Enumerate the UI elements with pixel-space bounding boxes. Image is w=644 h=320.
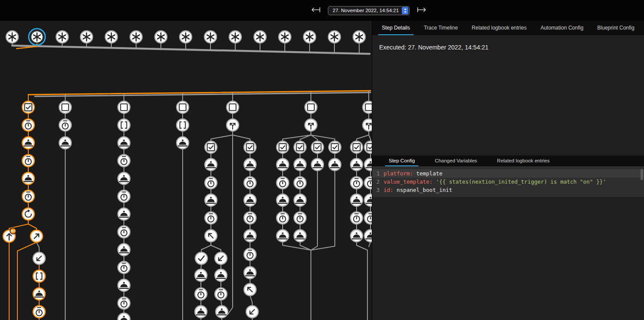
graph-node-arrow-down-left[interactable] <box>215 252 227 264</box>
graph-node-brackets[interactable] <box>177 119 189 131</box>
graph-node-timer[interactable] <box>364 177 372 189</box>
graph-node-service[interactable] <box>294 158 306 171</box>
graph-node-timer[interactable] <box>118 190 130 202</box>
graph-node-service[interactable] <box>195 269 207 281</box>
graph-node-square[interactable] <box>363 101 372 113</box>
tab-blueprint-config[interactable]: Blueprint Config <box>594 21 638 35</box>
yaml-editor[interactable]: 1platform: template2value_template: '{{ … <box>372 166 644 197</box>
graph-node-service[interactable] <box>118 137 130 149</box>
graph-node-timer[interactable] <box>277 212 289 224</box>
tab-changed-variables[interactable]: Changed Variables <box>431 155 480 166</box>
graph-node-timer[interactable] <box>294 177 306 189</box>
graph-node-timer[interactable] <box>118 297 130 309</box>
graph-node-service[interactable] <box>118 244 130 256</box>
graph-node-service[interactable] <box>205 194 217 206</box>
graph-node-repeat[interactable] <box>22 208 34 220</box>
graph-node-service[interactable] <box>364 230 372 242</box>
graph-node-timer[interactable] <box>22 119 34 131</box>
graph-node-asterisk[interactable] <box>304 31 316 43</box>
graph-node-service[interactable] <box>244 230 256 242</box>
graph-node-brackets[interactable] <box>118 119 130 131</box>
graph-node-arrow-up[interactable]: 9+ <box>3 228 16 242</box>
graph-node-service[interactable] <box>364 158 372 171</box>
graph-node-arrow-down-left[interactable] <box>33 252 45 264</box>
graph-node-service[interactable] <box>59 137 71 149</box>
next-trace-button[interactable] <box>416 6 428 15</box>
graph-node-timer[interactable] <box>244 212 256 224</box>
scrollbar-thumb[interactable] <box>641 169 643 180</box>
graph-node-timer[interactable] <box>350 177 363 189</box>
graph-node-timer[interactable] <box>215 288 227 300</box>
graph-node-timer[interactable] <box>364 212 372 224</box>
tab-related-logbook-entries[interactable]: Related logbook entries <box>468 21 530 35</box>
graph-node-service[interactable] <box>311 158 324 171</box>
graph-node-service[interactable] <box>118 313 130 320</box>
graph-node-check[interactable] <box>195 252 207 264</box>
graph-node-asterisk[interactable] <box>180 31 192 43</box>
tab-step-details[interactable]: Step Details <box>378 21 414 35</box>
graph-node-service[interactable] <box>244 194 256 206</box>
graph-node-timer[interactable] <box>22 190 34 202</box>
graph-node-arrow-up-right[interactable] <box>30 230 43 242</box>
graph-node-arrow-up-left[interactable] <box>205 230 217 242</box>
graph-node-asterisk[interactable] <box>29 29 45 45</box>
graph-node-service[interactable] <box>350 158 363 171</box>
graph-node-service[interactable] <box>277 230 289 242</box>
graph-node-choose[interactable] <box>227 119 239 131</box>
graph-node-service[interactable] <box>244 158 256 171</box>
graph-node-service[interactable] <box>205 158 217 171</box>
graph-node-timer[interactable] <box>118 261 130 274</box>
graph-node-checkbox[interactable] <box>22 101 34 113</box>
graph-node-service[interactable] <box>350 194 363 206</box>
graph-node-timer[interactable] <box>118 155 130 167</box>
tab-automation-config[interactable]: Automation Config <box>537 21 587 35</box>
code-line-1[interactable]: 1platform: template <box>372 169 644 178</box>
graph-node-asterisk[interactable] <box>279 31 291 43</box>
graph-node-asterisk[interactable] <box>80 31 93 43</box>
graph-node-timer[interactable] <box>205 177 217 189</box>
graph-node-service[interactable] <box>364 194 372 206</box>
graph-node-timer[interactable] <box>205 212 217 224</box>
graph-node-asterisk[interactable] <box>353 31 365 43</box>
graph-node-timer[interactable] <box>118 226 130 238</box>
graph-node-checkbox[interactable] <box>350 141 363 153</box>
graph-node-timer[interactable] <box>244 177 256 189</box>
graph-node-asterisk[interactable] <box>6 31 18 43</box>
graph-node-asterisk[interactable] <box>155 31 167 43</box>
graph-node-asterisk[interactable] <box>56 31 68 43</box>
graph-node-timer[interactable] <box>59 119 71 131</box>
graph-node-service[interactable] <box>277 194 289 206</box>
graph-node-asterisk[interactable] <box>204 31 217 43</box>
graph-node-square[interactable] <box>227 101 239 113</box>
graph-node-service[interactable] <box>118 279 130 291</box>
graph-node-timer[interactable] <box>195 288 207 300</box>
graph-node-checkbox[interactable] <box>294 141 306 153</box>
previous-trace-button[interactable] <box>310 6 322 15</box>
graph-node-checkbox[interactable] <box>277 141 289 153</box>
code-line-3[interactable]: 3id: nspanel_boot_init <box>372 186 644 194</box>
graph-node-timer[interactable] <box>244 248 256 261</box>
graph-node-service[interactable] <box>350 230 363 242</box>
tab-trace-timeline[interactable]: Trace Timeline <box>420 21 461 35</box>
graph-node-checkbox[interactable] <box>205 141 217 153</box>
graph-node-service[interactable] <box>33 288 45 300</box>
graph-node-service[interactable] <box>22 137 34 149</box>
graph-node-service[interactable] <box>216 306 228 318</box>
graph-node-service[interactable] <box>215 269 227 281</box>
graph-node-arrow-down-left[interactable] <box>246 306 258 318</box>
graph-node-asterisk[interactable] <box>130 31 142 43</box>
graph-node-checkbox[interactable] <box>329 141 341 153</box>
graph-node-service[interactable] <box>195 306 207 318</box>
graph-node-timer[interactable] <box>22 155 34 167</box>
graph-node-timer[interactable] <box>277 177 289 189</box>
graph-node-asterisk[interactable] <box>105 31 117 43</box>
graph-node-service[interactable] <box>329 158 341 171</box>
graph-node-square[interactable] <box>305 101 317 113</box>
graph-node-service[interactable] <box>277 158 289 171</box>
graph-node-asterisk[interactable] <box>229 31 241 43</box>
graph-node-arrow-up-left[interactable] <box>244 284 256 296</box>
graph-node-timer[interactable] <box>294 212 306 224</box>
graph-node-service[interactable] <box>294 194 306 206</box>
graph-node-checkbox[interactable] <box>364 141 372 153</box>
graph-node-checkbox[interactable] <box>311 141 324 153</box>
